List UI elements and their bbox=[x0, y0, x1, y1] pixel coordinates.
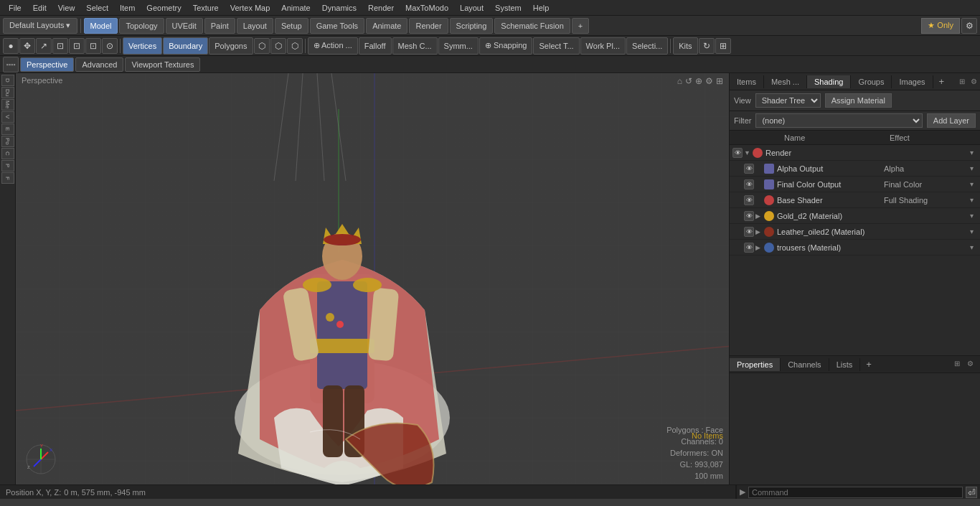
left-btn-c[interactable]: C bbox=[1, 148, 14, 159]
command-input[interactable] bbox=[748, 487, 963, 498]
btn-falloff[interactable]: Falloff bbox=[359, 37, 392, 55]
tab-paint[interactable]: Paint bbox=[204, 18, 235, 34]
arrow-render[interactable]: ▾ bbox=[970, 149, 977, 156]
tool-arrow[interactable]: ↗ bbox=[36, 38, 52, 54]
add-layer-btn[interactable]: Add Layer bbox=[927, 113, 976, 128]
right-tab-add[interactable]: + bbox=[933, 74, 951, 89]
right-tab-groups[interactable]: Groups bbox=[851, 75, 892, 88]
vp-tab-textures[interactable]: Viewport Textures bbox=[125, 57, 200, 72]
right-tab-mesh[interactable]: Mesh ... bbox=[764, 75, 807, 88]
menu-help[interactable]: Help bbox=[527, 2, 555, 14]
menu-render[interactable]: Render bbox=[362, 2, 400, 14]
command-arrow[interactable]: ▶ bbox=[740, 487, 745, 497]
btn-polygons[interactable]: Polygons bbox=[209, 37, 253, 55]
arrow-baseshader[interactable]: ▾ bbox=[970, 196, 977, 204]
settings-btn[interactable]: ⚙ bbox=[961, 18, 977, 34]
shader-row-baseshader[interactable]: 👁 ▶ Base Shader Full Shading ▾ bbox=[730, 192, 980, 208]
btn-selecti[interactable]: Selecti... bbox=[626, 37, 668, 55]
command-submit-btn[interactable]: ⏎ bbox=[966, 487, 977, 498]
btn-kits[interactable]: Kits bbox=[673, 37, 697, 55]
tool-box1[interactable]: ⊡ bbox=[52, 38, 68, 54]
left-btn-e[interactable]: E bbox=[1, 123, 14, 135]
arrow-finalcolor[interactable]: ▾ bbox=[970, 180, 977, 188]
tab-uvedit[interactable]: UVEdit bbox=[166, 18, 203, 34]
menu-maxtomodo[interactable]: MaxToModo bbox=[400, 2, 454, 14]
expand-leather[interactable]: ▶ bbox=[755, 228, 763, 235]
tool-circle[interactable]: ⊙ bbox=[102, 38, 118, 54]
eye-render[interactable]: 👁 bbox=[732, 148, 743, 158]
menu-layout[interactable]: Layout bbox=[454, 2, 489, 14]
vp-ctrl-expand[interactable]: ⊞ bbox=[716, 76, 723, 86]
vp-tab-perspective[interactable]: Perspective bbox=[20, 57, 74, 72]
btn-symm[interactable]: Symm... bbox=[438, 37, 479, 55]
btn-meshc[interactable]: Mesh C... bbox=[392, 37, 438, 55]
tool-grid[interactable]: ⊞ bbox=[715, 38, 731, 54]
eye-leather[interactable]: 👁 bbox=[744, 227, 754, 237]
tab-schematic[interactable]: Schematic Fusion bbox=[494, 18, 570, 34]
tab-model[interactable]: Model bbox=[84, 18, 118, 34]
left-btn-d[interactable]: D bbox=[1, 75, 14, 86]
btn-selectt[interactable]: Select T... bbox=[533, 37, 579, 55]
right-tab-items[interactable]: Items bbox=[730, 75, 764, 88]
tab-topology[interactable]: Topology bbox=[119, 18, 164, 34]
shader-row-goldd2[interactable]: 👁 ▶ Gold_d2 (Material) ▾ bbox=[730, 208, 980, 224]
layout-dropdown-btn[interactable]: Default Layouts ▾ bbox=[3, 18, 77, 34]
expand-render[interactable]: ▼ bbox=[744, 149, 751, 156]
btn-vertices[interactable]: Vertices bbox=[123, 37, 162, 55]
menu-animate[interactable]: Animate bbox=[275, 2, 316, 14]
tool-rotate[interactable]: ↻ bbox=[699, 38, 715, 54]
tool-hex3[interactable]: ⬡ bbox=[287, 38, 303, 54]
vp-tab-advanced[interactable]: Advanced bbox=[75, 57, 123, 72]
tool-dot[interactable]: ● bbox=[3, 38, 19, 54]
left-btn-f[interactable]: F bbox=[1, 172, 14, 184]
arrow-goldd2[interactable]: ▾ bbox=[970, 212, 977, 220]
shader-list[interactable]: 👁 ▼ Render ▾ 👁 ▶ Alpha Output Alpha ▾ 👁 … bbox=[730, 145, 980, 355]
eye-baseshader[interactable]: 👁 bbox=[744, 195, 754, 205]
menu-geometry[interactable]: Geometry bbox=[141, 2, 187, 14]
tab-scripting[interactable]: Scripting bbox=[450, 18, 494, 34]
shader-row-render[interactable]: 👁 ▼ Render ▾ bbox=[730, 145, 980, 161]
expand-trousers[interactable]: ▶ bbox=[755, 244, 763, 251]
menu-item[interactable]: Item bbox=[114, 2, 141, 14]
menu-select[interactable]: Select bbox=[80, 2, 114, 14]
tool-hex2[interactable]: ⬡ bbox=[270, 38, 286, 54]
menu-texture[interactable]: Texture bbox=[187, 2, 225, 14]
tab-layout[interactable]: Layout bbox=[237, 18, 273, 34]
menu-edit[interactable]: Edit bbox=[27, 2, 52, 14]
viewport[interactable]: Perspective ⌂ ↺ ⊕ ⚙ ⊞ No Items Polygons … bbox=[16, 73, 729, 484]
right-panel-expand[interactable]: ⊞ bbox=[956, 76, 968, 87]
left-btn-vert[interactable]: V bbox=[1, 111, 14, 123]
tab-plus[interactable]: + bbox=[572, 18, 589, 34]
eye-finalcolor[interactable]: 👁 bbox=[744, 179, 754, 189]
prop-tab-add[interactable]: + bbox=[860, 357, 877, 372]
prop-tab-properties[interactable]: Properties bbox=[730, 358, 781, 371]
star-only-btn[interactable]: ★ Only bbox=[921, 18, 960, 34]
shader-row-alpha[interactable]: 👁 ▶ Alpha Output Alpha ▾ bbox=[730, 161, 980, 177]
menu-vertexmap[interactable]: Vertex Map bbox=[225, 2, 276, 14]
tool-box3[interactable]: ⊡ bbox=[85, 38, 101, 54]
menu-system[interactable]: System bbox=[489, 2, 527, 14]
btn-snapping[interactable]: ⊕ Snapping bbox=[479, 37, 533, 55]
assign-material-btn[interactable]: Assign Material bbox=[825, 93, 892, 108]
prop-settings-btn[interactable]: ⚙ bbox=[967, 360, 977, 370]
tab-setup[interactable]: Setup bbox=[275, 18, 308, 34]
btn-action[interactable]: ⊕ Action ... bbox=[308, 37, 358, 55]
btn-workpl[interactable]: Work Pl... bbox=[580, 37, 626, 55]
tab-gametools[interactable]: Game Tools bbox=[310, 18, 365, 34]
right-panel-settings[interactable]: ⚙ bbox=[968, 76, 980, 87]
shader-row-leather[interactable]: 👁 ▶ Leather_oiled2 (Material) ▾ bbox=[730, 224, 980, 240]
right-tab-shading[interactable]: Shading bbox=[807, 75, 851, 88]
tool-hex1[interactable]: ⬡ bbox=[254, 38, 270, 54]
arrow-trousers[interactable]: ▾ bbox=[970, 243, 977, 251]
vp-ctrl-rotate[interactable]: ↺ bbox=[685, 76, 692, 86]
prop-expand-btn[interactable]: ⊞ bbox=[954, 360, 964, 370]
view-select[interactable]: Shader Tree bbox=[755, 93, 821, 108]
right-tab-images[interactable]: Images bbox=[892, 75, 933, 88]
prop-tab-channels[interactable]: Channels bbox=[781, 358, 829, 371]
menu-view[interactable]: View bbox=[52, 2, 81, 14]
vp-ctrl-home[interactable]: ⌂ bbox=[677, 76, 682, 86]
filter-select[interactable]: (none) bbox=[755, 113, 922, 128]
left-btn-pol[interactable]: Po bbox=[1, 136, 14, 147]
menu-dynamics[interactable]: Dynamics bbox=[316, 2, 362, 14]
menu-file[interactable]: File bbox=[3, 2, 27, 14]
